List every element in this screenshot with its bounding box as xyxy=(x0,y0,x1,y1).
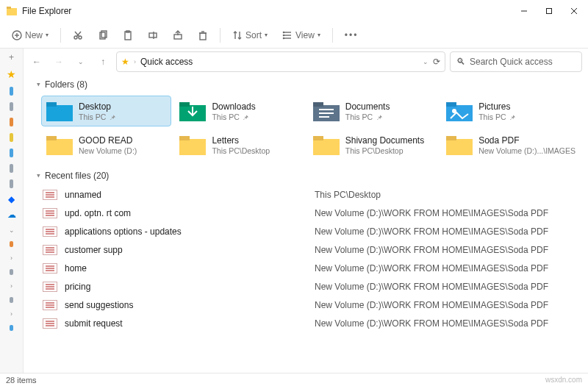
svg-rect-45 xyxy=(46,139,73,155)
pin-icon: 📌︎ xyxy=(107,114,116,121)
folder-path: This PC 📌︎ xyxy=(212,112,255,121)
tab-expand[interactable]: › xyxy=(7,282,16,290)
folder-card[interactable]: GOOD READNew Volume (D:) xyxy=(41,129,171,160)
folder-icon xyxy=(446,134,473,156)
folder-card[interactable]: DesktopThis PC 📌︎ xyxy=(41,96,171,126)
search-icon: 🔍︎ xyxy=(456,57,465,67)
copy-button[interactable] xyxy=(92,25,114,46)
tab-item[interactable] xyxy=(10,164,13,173)
recent-file-row[interactable]: send suggestionsNew Volume (D:)\WORK FRO… xyxy=(41,296,581,314)
recent-file-row[interactable]: pricingNew Volume (D:)\WORK FROM HOME\IM… xyxy=(41,277,581,296)
share-button[interactable] xyxy=(167,25,189,46)
star-icon: ★ xyxy=(121,57,129,67)
svg-rect-50 xyxy=(313,136,323,140)
content-pane: ▸ Folders (8) DesktopThis PC 📌︎Downloads… xyxy=(24,75,588,373)
folder-icon xyxy=(46,134,73,156)
breadcrumb-sep: › xyxy=(134,58,136,65)
footer-site: wsxdn.com xyxy=(545,376,582,384)
tab-quick-access[interactable]: ★ xyxy=(7,68,16,80)
new-button[interactable]: New ▾ xyxy=(6,25,54,46)
more-button[interactable]: ••• xyxy=(339,25,365,46)
address-bar[interactable]: ★ › Quick access ⌄ ⟳ xyxy=(116,51,445,72)
file-path: New Volume (D:)\WORK FROM HOME\IMAGES\So… xyxy=(315,318,581,329)
file-icon xyxy=(43,190,57,200)
back-button[interactable]: ← xyxy=(28,53,46,71)
file-path: New Volume (D:)\WORK FROM HOME\IMAGES\So… xyxy=(315,245,581,255)
recent-file-row[interactable]: customer suppNew Volume (D:)\WORK FROM H… xyxy=(41,240,581,259)
folder-card[interactable]: DocumentsThis PC 📌︎ xyxy=(308,96,438,126)
folder-name: GOOD READ xyxy=(79,135,137,146)
tab-expand[interactable]: › xyxy=(7,254,16,262)
tab-item[interactable] xyxy=(10,179,13,188)
refresh-button[interactable]: ⟳ xyxy=(433,57,440,67)
tab-item[interactable] xyxy=(10,149,13,157)
file-name: unnamed xyxy=(65,190,307,200)
maximize-button[interactable] xyxy=(537,0,562,22)
vertical-tabs: + ★ ◆ ☁ ⌄ › › › xyxy=(0,49,24,373)
svg-point-30 xyxy=(283,35,284,35)
cut-button[interactable] xyxy=(67,25,89,46)
svg-rect-1 xyxy=(7,7,11,9)
breadcrumb[interactable]: Quick access xyxy=(140,57,193,67)
close-button[interactable] xyxy=(562,0,587,22)
tab-item[interactable] xyxy=(10,133,13,142)
add-tab-button[interactable]: + xyxy=(7,53,16,62)
tab-item[interactable] xyxy=(10,241,13,247)
titlebar: File Explorer xyxy=(0,0,588,22)
search-box[interactable]: 🔍︎ Search Quick access xyxy=(450,51,582,72)
folder-name: Letters xyxy=(212,135,270,146)
separator xyxy=(332,28,333,43)
svg-rect-38 xyxy=(313,102,323,107)
recent-file-row[interactable]: applications options - updatesNew Volume… xyxy=(41,222,581,240)
tab-expand[interactable]: ⌄ xyxy=(7,226,16,235)
tab-item[interactable] xyxy=(10,325,13,331)
folder-path: This PC 📌︎ xyxy=(345,112,390,121)
svg-rect-49 xyxy=(313,139,340,155)
recent-file-row[interactable]: submit requestNew Volume (D:)\WORK FROM … xyxy=(41,314,581,332)
chevron-down-icon: ▸ xyxy=(35,174,43,178)
up-button[interactable]: ↑ xyxy=(94,53,112,71)
tab-item[interactable] xyxy=(10,118,13,126)
svg-rect-43 xyxy=(446,102,456,107)
tab-onedrive[interactable]: ☁ xyxy=(7,210,16,219)
paste-button[interactable] xyxy=(117,25,139,46)
rename-button[interactable] xyxy=(142,25,164,46)
folder-card[interactable]: Soda PDFNew Volume (D:)...\IMAGES xyxy=(441,129,581,160)
separator xyxy=(60,28,61,43)
recent-section-header[interactable]: ▸ Recent files (20) xyxy=(37,168,581,184)
folder-card[interactable]: DownloadsThis PC 📌︎ xyxy=(174,96,304,126)
tab-dropbox[interactable]: ◆ xyxy=(7,195,16,204)
recent-file-row[interactable]: homeNew Volume (D:)\WORK FROM HOME\IMAGE… xyxy=(41,259,581,277)
pin-icon: 📌︎ xyxy=(507,114,516,121)
folder-card[interactable]: Shivang DocumentsThis PC\Desktop xyxy=(308,129,438,160)
svg-rect-51 xyxy=(446,139,473,155)
folder-path: New Volume (D:)...\IMAGES xyxy=(478,146,576,155)
file-name: customer supp xyxy=(65,245,307,255)
folder-card[interactable]: LettersThis PC\Desktop xyxy=(174,129,304,160)
view-button[interactable]: View ▾ xyxy=(276,25,326,46)
nav-row: ← → ⌄ ↑ ★ › Quick access ⌄ ⟳ 🔍︎ Search Q… xyxy=(24,49,588,75)
svg-rect-47 xyxy=(179,139,206,155)
svg-rect-32 xyxy=(46,105,73,121)
folders-section-header[interactable]: ▸ Folders (8) xyxy=(37,76,581,93)
forward-button[interactable]: → xyxy=(50,53,68,71)
file-name: send suggestions xyxy=(65,300,307,310)
sort-button[interactable]: Sort ▾ xyxy=(226,25,273,46)
tab-item[interactable] xyxy=(10,87,13,96)
recent-file-row[interactable]: upd. optn. rt comNew Volume (D:)\WORK FR… xyxy=(41,204,581,222)
folder-icon xyxy=(446,100,473,122)
tab-expand[interactable]: › xyxy=(7,310,16,318)
recent-locations-button[interactable]: ⌄ xyxy=(72,53,90,71)
chevron-down-icon: ▾ xyxy=(46,32,49,38)
chevron-down-icon[interactable]: ⌄ xyxy=(423,58,429,65)
folder-path: This PC 📌︎ xyxy=(478,112,516,121)
scissors-icon xyxy=(73,30,83,40)
tab-item[interactable] xyxy=(10,297,13,303)
folder-card[interactable]: PicturesThis PC 📌︎ xyxy=(441,96,581,126)
recent-file-row[interactable]: unnamedThis PC\Desktop xyxy=(41,185,581,204)
tab-item[interactable] xyxy=(10,269,13,275)
tab-item[interactable] xyxy=(10,102,13,111)
delete-button[interactable] xyxy=(192,25,214,46)
folder-path: This PC\Desktop xyxy=(212,146,270,155)
minimize-button[interactable] xyxy=(512,0,537,22)
